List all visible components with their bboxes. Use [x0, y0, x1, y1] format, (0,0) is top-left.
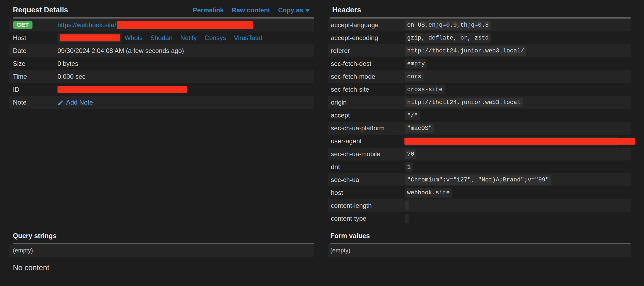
size-row: Size 0 bytes [9, 57, 314, 70]
header-value-cell: */* [405, 111, 631, 120]
header-key: sec-fetch-site [331, 86, 405, 93]
header-row: sec-fetch-modecors [328, 70, 631, 83]
header-value-cell: Mozilla/5.0 (Macintosh; Intel Mac OS X 1… [405, 137, 631, 146]
header-value-cell: cross-site [405, 85, 631, 94]
header-key: accept [331, 112, 405, 119]
header-value-cell: ?0 [405, 149, 631, 159]
header-value-cell: gzip, deflate, br, zstd [405, 33, 631, 43]
note-row: Note Add Note [9, 96, 314, 109]
time-row: Time 0.000 sec [9, 70, 314, 83]
time-label: Time [13, 73, 57, 80]
host-cell: WhoisShodanNetifyCensysVirusTotal [57, 33, 314, 43]
header-key: sec-ch-ua [331, 176, 405, 184]
header-value [405, 201, 409, 210]
header-key: user-agent [331, 137, 405, 145]
header-value: en-US,en;q=0.9,th;q=0.8 [405, 20, 491, 30]
header-row: sec-fetch-sitecross-site [328, 83, 631, 96]
header-row: content-length [328, 199, 631, 212]
redaction-bar [404, 138, 635, 145]
method-cell: GET [13, 21, 57, 29]
id-label: ID [13, 86, 57, 93]
header-value: gzip, deflate, br, zstd [405, 33, 491, 43]
copy-as-label: Copy as [278, 6, 303, 14]
header-value: empty [405, 59, 427, 69]
host-row: Host WhoisShodanNetifyCensysVirusTotal [9, 31, 314, 44]
header-value-cell: 1 [405, 162, 631, 172]
header-value-cell [405, 201, 631, 210]
headers-title: Headers [332, 6, 361, 14]
header-value-cell: "Chromium";v="127", "Not)A;Brand";v="99" [405, 175, 631, 185]
host-value [57, 33, 122, 43]
header-key: content-type [331, 215, 405, 222]
header-row: refererhttp://thctt24.junior.web3.local/ [328, 44, 631, 57]
header-row: sec-ch-ua-platform"macOS" [328, 122, 631, 135]
header-key: sec-fetch-mode [331, 73, 405, 80]
redaction-bar [57, 86, 187, 93]
header-key: sec-ch-ua-mobile [331, 150, 405, 158]
header-key: accept-encoding [331, 34, 405, 42]
copy-as-dropdown[interactable]: Copy as [278, 6, 310, 14]
permalink-link[interactable]: Permalink [193, 6, 224, 14]
note-cell: Add Note [57, 99, 314, 106]
header-row: dnt1 [328, 160, 631, 173]
header-key: content-length [331, 202, 405, 209]
header-key: referer [331, 47, 405, 55]
header-value-cell: cors [405, 72, 631, 81]
chevron-down-icon [305, 9, 310, 12]
headers-table: accept-languageen-US,en;q=0.9,th;q=0.8ac… [328, 19, 631, 225]
add-note-button[interactable]: Add Note [57, 99, 93, 106]
host-link-shodan[interactable]: Shodan [150, 34, 173, 42]
form-values-empty: (empty) [328, 244, 631, 257]
header-row: sec-ch-ua"Chromium";v="127", "Not)A;Bran… [328, 173, 631, 186]
host-link-virustotal[interactable]: VirusTotal [234, 34, 262, 42]
headers-header: Headers [328, 0, 631, 17]
query-strings-section: Query strings (empty) [9, 232, 314, 257]
host-label: Host [13, 34, 57, 42]
request-url-link[interactable]: https://webhook.site/ [57, 21, 116, 29]
header-row: accept*/* [328, 109, 631, 122]
host-lookup-links: WhoisShodanNetifyCensysVirusTotal [125, 34, 262, 42]
request-details-header: Request Details Permalink Raw content Co… [9, 0, 314, 17]
pencil-icon [57, 99, 64, 106]
header-value-cell: empty [405, 59, 631, 69]
header-key: host [331, 189, 405, 196]
no-content-message: No content [9, 263, 314, 272]
request-page: Request Details Permalink Raw content Co… [0, 0, 644, 272]
host-link-netify[interactable]: Netify [180, 34, 197, 42]
form-values-title: Form values [328, 232, 631, 240]
header-value-cell: http://thctt24.junior.web3.local/ [405, 46, 631, 56]
request-details-table: GET https://webhook.site/ Host WhoisShod… [9, 19, 314, 109]
date-label: Date [13, 47, 57, 55]
header-value: */* [405, 111, 420, 120]
query-strings-title: Query strings [9, 232, 314, 240]
raw-content-link[interactable]: Raw content [232, 6, 270, 14]
header-value-cell: "macOS" [405, 124, 631, 133]
header-key: dnt [331, 163, 405, 171]
date-value: 09/30/2024 2:04:08 AM (a few seconds ago… [57, 47, 314, 55]
header-value: 1 [405, 162, 413, 172]
header-value [405, 214, 409, 223]
header-value: http://thctt24.junior.web3.local/ [405, 46, 526, 56]
header-value: webhook.site [405, 188, 452, 198]
header-value-cell: en-US,en;q=0.9,th;q=0.8 [405, 20, 631, 30]
header-value-cell: http://thctt24.junior.web3.local [405, 98, 631, 107]
add-note-label: Add Note [66, 99, 93, 106]
redaction-bar [117, 21, 253, 29]
id-value [57, 86, 314, 93]
header-row: content-type [328, 212, 631, 225]
header-value: cors [405, 72, 424, 81]
time-value: 0.000 sec [57, 73, 314, 80]
header-value: cross-site [405, 85, 445, 94]
size-label: Size [13, 60, 57, 67]
header-row: hostwebhook.site [328, 186, 631, 199]
note-label: Note [13, 99, 57, 106]
header-row: sec-fetch-destempty [328, 57, 631, 70]
host-link-whois[interactable]: Whois [125, 34, 143, 42]
headers-panel: Headers accept-languageen-US,en;q=0.9,th… [328, 0, 631, 272]
header-value: "Chromium";v="127", "Not)A;Brand";v="99" [405, 175, 551, 185]
form-values-section: Form values (empty) [328, 232, 631, 257]
header-key: accept-language [331, 21, 405, 29]
host-link-censys[interactable]: Censys [205, 34, 226, 42]
date-row: Date 09/30/2024 2:04:08 AM (a few second… [9, 44, 314, 57]
header-value: http://thctt24.junior.web3.local [405, 98, 523, 107]
